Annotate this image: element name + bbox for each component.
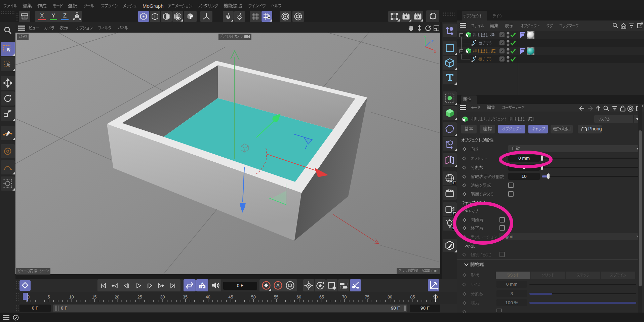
svg-text:5: 5 — [48, 295, 50, 299]
svg-text:35: 35 — [183, 295, 188, 299]
svg-text:60: 60 — [296, 295, 301, 299]
svg-text:10: 10 — [69, 295, 74, 299]
svg-text:20: 20 — [115, 295, 119, 299]
svg-text:Y: Y — [424, 35, 427, 39]
svg-text:Z: Z — [431, 40, 434, 44]
svg-text:85: 85 — [410, 295, 415, 299]
svg-text:70: 70 — [342, 295, 347, 299]
svg-text:X: X — [40, 12, 44, 19]
svg-text:30: 30 — [160, 295, 165, 299]
svg-text:25: 25 — [137, 295, 142, 299]
svg-text:55: 55 — [274, 295, 279, 299]
svg-text:80: 80 — [388, 295, 392, 299]
svg-text:Z: Z — [63, 12, 67, 19]
svg-text:50: 50 — [251, 295, 256, 299]
svg-text:40: 40 — [206, 295, 210, 299]
svg-text:15: 15 — [92, 295, 96, 299]
svg-text:Y: Y — [51, 12, 55, 19]
svg-text:X: X — [434, 50, 437, 54]
svg-text:45: 45 — [228, 295, 233, 299]
svg-text:65: 65 — [319, 295, 324, 299]
svg-text:75: 75 — [365, 295, 369, 299]
svg-text:A: A — [276, 283, 280, 288]
svg-text:A: A — [201, 281, 204, 286]
